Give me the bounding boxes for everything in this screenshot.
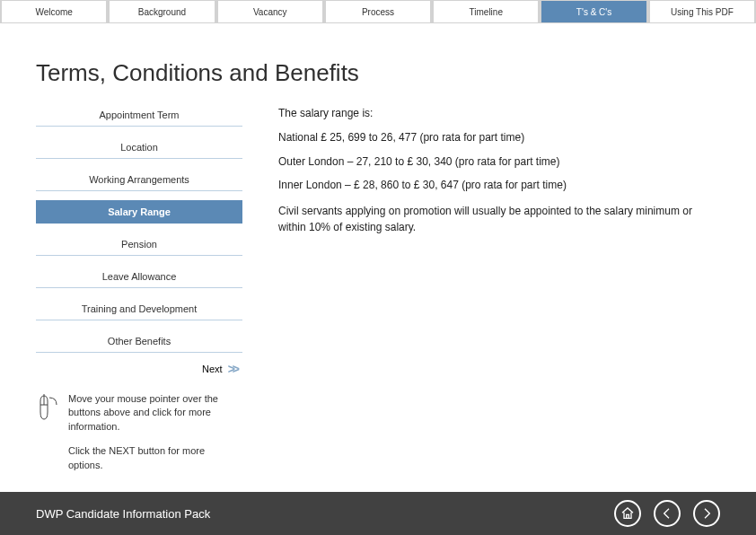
side-item-pension[interactable]: Pension bbox=[36, 232, 242, 256]
prev-button[interactable] bbox=[654, 500, 681, 527]
tab-background[interactable]: Background bbox=[110, 1, 214, 22]
content-line: Outer London – 27, 210 to £ 30, 340 (pro… bbox=[278, 152, 720, 172]
content-line: Civil servants applying on promotion wil… bbox=[278, 203, 720, 235]
footer-nav bbox=[614, 500, 720, 527]
arrow-left-icon bbox=[660, 506, 674, 521]
tab-welcome[interactable]: Welcome bbox=[2, 1, 106, 22]
content-line: Inner London – £ 28, 860 to £ 30, 647 (p… bbox=[278, 175, 720, 196]
tab-ts-and-cs[interactable]: T's & C's bbox=[541, 1, 646, 22]
footer-title: DWP Candidate Information Pack bbox=[36, 507, 210, 521]
tab-process[interactable]: Process bbox=[326, 1, 430, 22]
side-item-other-benefits[interactable]: Other Benefits bbox=[36, 329, 242, 353]
hints: Move your mouse pointer over the buttons… bbox=[36, 392, 242, 483]
top-nav: Welcome Background Vacancy Process Timel… bbox=[0, 0, 756, 23]
home-button[interactable] bbox=[614, 500, 641, 527]
chevron-right-icon: >> bbox=[228, 362, 237, 376]
home-icon bbox=[620, 506, 635, 521]
side-item-leave-allowance[interactable]: Leave Allowance bbox=[36, 265, 242, 288]
content-line: The salary range is: bbox=[278, 103, 720, 124]
next-button[interactable]: Next >> bbox=[36, 362, 242, 376]
hint-text-1: Move your mouse pointer over the buttons… bbox=[68, 392, 221, 434]
next-label: Next bbox=[202, 364, 223, 374]
side-item-appointment-term[interactable]: Appointment Term bbox=[36, 103, 242, 127]
arrow-right-icon bbox=[699, 506, 714, 521]
content-area: The salary range is: National £ 25, 699 … bbox=[278, 103, 720, 483]
mouse-icon bbox=[36, 392, 59, 423]
side-menu: Appointment Term Location Working Arrang… bbox=[36, 103, 242, 483]
content-line: National £ 25, 699 to 26, 477 (pro rata … bbox=[278, 127, 720, 148]
footer: DWP Candidate Information Pack bbox=[0, 492, 756, 535]
side-item-salary-range[interactable]: Salary Range bbox=[36, 200, 242, 224]
side-item-training-development[interactable]: Training and Development bbox=[36, 297, 242, 320]
side-item-working-arrangements[interactable]: Working Arrangements bbox=[36, 168, 242, 191]
tab-vacancy[interactable]: Vacancy bbox=[218, 1, 322, 22]
tab-timeline[interactable]: Timeline bbox=[434, 1, 538, 22]
tab-using-this-pdf[interactable]: Using This PDF bbox=[650, 1, 754, 22]
side-item-location[interactable]: Location bbox=[36, 136, 242, 159]
hint-text-2: Click the NEXT button for more options. bbox=[68, 444, 221, 472]
page-title: Terms, Conditions and Benefits bbox=[36, 59, 720, 87]
next-page-button[interactable] bbox=[693, 500, 720, 527]
